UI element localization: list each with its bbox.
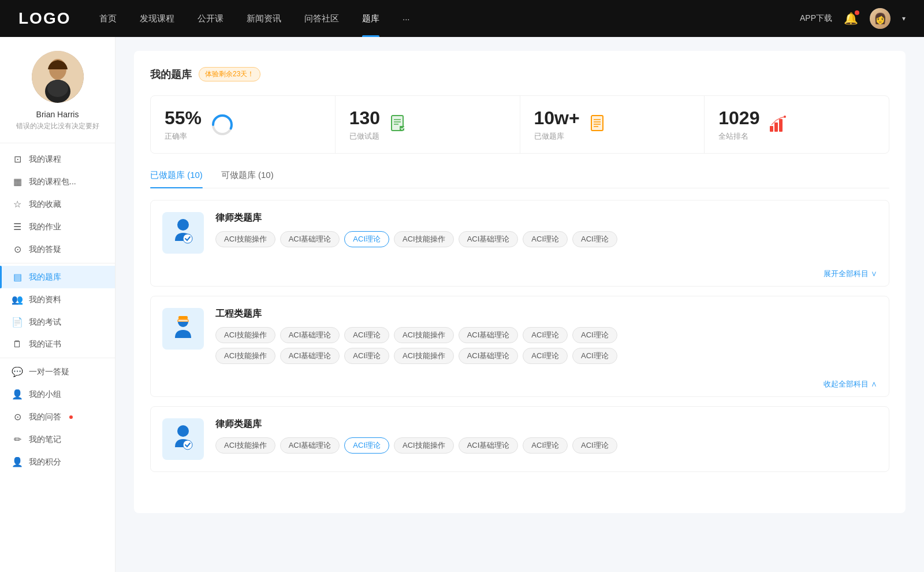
chevron-down-icon[interactable]: ▾ (902, 14, 906, 23)
sidebar-item-points[interactable]: 👤 我的积分 (0, 451, 115, 473)
sidebar-item-qa[interactable]: ⊙ 我的答疑 (0, 238, 115, 261)
qbank-tag[interactable]: ACI基础理论 (280, 327, 340, 343)
sidebar-item-label: 我的答疑 (29, 244, 61, 255)
done-banks-number: 10w+ (534, 107, 580, 129)
qbank-tag[interactable]: ACI基础理论 (459, 327, 519, 343)
certificate-icon: 🗒 (12, 339, 23, 350)
user-name: Brian Harris (36, 110, 79, 119)
sidebar-profile: Brian Harris 错误的决定比没有决定要好 (0, 51, 115, 143)
qbank-tag[interactable]: ACI技能操作 (215, 348, 275, 364)
bell-button[interactable]: 🔔 (844, 12, 858, 25)
sidebar-item-label: 我的证书 (29, 339, 61, 350)
done-banks-label: 已做题库 (534, 131, 580, 142)
sidebar-item-label: 我的小组 (29, 389, 61, 400)
qbank-tag[interactable]: ACI技能操作 (394, 327, 454, 343)
sidebar-item-label: 我的课程包... (29, 177, 76, 187)
sidebar-item-notes[interactable]: ✏ 我的笔记 (0, 428, 115, 451)
qbank-tag[interactable]: ACI技能操作 (215, 327, 275, 343)
sidebar-item-label: 一对一答疑 (29, 367, 69, 377)
app-download[interactable]: APP下载 (800, 13, 832, 24)
sidebar-item-questions[interactable]: ⊙ 我的问答 (0, 406, 115, 428)
qbank-tag[interactable]: ACI基础理论 (280, 231, 340, 247)
qbank-tag[interactable]: ACI技能操作 (215, 437, 275, 454)
sidebar-item-qbank[interactable]: ▤ 我的题库 (0, 266, 115, 288)
qbank-tag[interactable]: ACI理论 (572, 231, 617, 247)
qbank-content: 律师类题库 ACI技能操作 ACI基础理论 ACI理论 ACI技能操作 ACI基… (215, 212, 877, 247)
sidebar-item-label: 我的题库 (29, 272, 61, 283)
nav-news[interactable]: 新闻资讯 (235, 0, 293, 37)
sidebar-item-tutoring[interactable]: 💬 一对一答疑 (0, 361, 115, 383)
sidebar-item-favorites[interactable]: ☆ 我的收藏 (0, 193, 115, 216)
qbank-lawyer-1: 律师类题库 ACI技能操作 ACI基础理论 ACI理论 ACI技能操作 ACI基… (150, 200, 889, 287)
rank-number: 1029 (718, 107, 759, 129)
materials-icon: 👥 (12, 294, 23, 305)
qbank-tag[interactable]: ACI理论 (523, 327, 568, 343)
sidebar-menu: ⊡ 我的课程 ▦ 我的课程包... ☆ 我的收藏 ☰ 我的作业 ⊙ 我的答疑 ▤ (0, 148, 115, 473)
layout: Brian Harris 错误的决定比没有决定要好 ⊡ 我的课程 ▦ 我的课程包… (0, 37, 924, 572)
document-icon: ⊡ (12, 154, 23, 165)
qbank-tag[interactable]: ACI技能操作 (394, 231, 454, 247)
stat-accuracy: 55% 正确率 (151, 96, 336, 153)
done-questions-number: 130 (349, 107, 380, 129)
qbank-name: 律师类题库 (215, 418, 877, 430)
qbank-tag[interactable]: ACI理论 (572, 348, 617, 364)
qbank-tag[interactable]: ACI基础理论 (280, 437, 340, 454)
group-icon: 👤 (12, 389, 23, 400)
qbank-tag[interactable]: ACI基础理论 (459, 348, 519, 364)
stats-row: 55% 正确率 130 已做试题 (150, 95, 889, 154)
qbank-tag[interactable]: ACI基础理论 (459, 437, 519, 454)
engineer-svg-icon (167, 313, 199, 345)
nav-discover[interactable]: 发现课程 (128, 0, 186, 37)
qbank-tag[interactable]: ACI理论 (344, 348, 389, 364)
rank-label: 全站排名 (718, 131, 759, 142)
qbank-tag[interactable]: ACI技能操作 (394, 437, 454, 454)
qbank-tag[interactable]: ACI理论 (572, 327, 617, 343)
qbank-name: 工程类题库 (215, 308, 877, 320)
qbank-footer: 展开全部科目 ∨ (151, 265, 889, 286)
collapse-button[interactable]: 收起全部科目 ∧ (824, 379, 877, 389)
qbank-tag-selected[interactable]: ACI理论 (344, 231, 389, 247)
sidebar-item-course-packages[interactable]: ▦ 我的课程包... (0, 170, 115, 193)
main-inner: 我的题库 体验剩余23天！ 55% 正确率 (134, 51, 906, 513)
sidebar-item-courses[interactable]: ⊡ 我的课程 (0, 148, 115, 170)
nav-qa[interactable]: 问答社区 (293, 0, 351, 37)
qbank-tag[interactable]: ACI理论 (523, 348, 568, 364)
tutoring-icon: 💬 (12, 366, 23, 377)
sidebar-divider (0, 263, 115, 263)
accuracy-number: 55% (165, 107, 202, 129)
qbank-tags: ACI技能操作 ACI基础理论 ACI理论 ACI技能操作 ACI基础理论 AC… (215, 437, 877, 454)
svg-point-27 (183, 440, 192, 450)
qbank-tag[interactable]: ACI理论 (572, 437, 617, 454)
sidebar-item-homework[interactable]: ☰ 我的作业 (0, 216, 115, 238)
qbank-tag-selected[interactable]: ACI理论 (344, 437, 389, 454)
qbank-name: 律师类题库 (215, 212, 877, 224)
qbank-tag[interactable]: ACI技能操作 (215, 231, 275, 247)
qbank-icon: ▤ (12, 272, 23, 283)
qbank-tag[interactable]: ACI理论 (523, 437, 568, 454)
sidebar-item-groups[interactable]: 👤 我的小组 (0, 383, 115, 406)
tab-available[interactable]: 可做题库 (10) (221, 170, 274, 188)
qbank-content: 律师类题库 ACI技能操作 ACI基础理论 ACI理论 ACI技能操作 ACI基… (215, 418, 877, 454)
sidebar-item-exams[interactable]: 📄 我的考试 (0, 311, 115, 333)
qbank-tag[interactable]: ACI基础理论 (459, 231, 519, 247)
trial-badge: 体验剩余23天！ (199, 67, 260, 81)
qbank-tag[interactable]: ACI基础理论 (280, 348, 340, 364)
nav-qbank[interactable]: 题库 (351, 0, 391, 37)
nav-opencourse[interactable]: 公开课 (186, 0, 235, 37)
avatar[interactable]: 👩 (870, 8, 891, 29)
nav-links: 首页 发现课程 公开课 新闻资讯 问答社区 题库 ··· (88, 0, 800, 37)
nav-home[interactable]: 首页 (88, 0, 128, 37)
sidebar-item-label: 我的积分 (29, 457, 61, 467)
qbank-tag[interactable]: ACI理论 (344, 327, 389, 343)
sidebar-item-label: 我的笔记 (29, 434, 61, 445)
sidebar-item-materials[interactable]: 👥 我的资料 (0, 288, 115, 311)
expand-button[interactable]: 展开全部科目 ∨ (824, 269, 877, 279)
tab-done[interactable]: 已做题库 (10) (150, 170, 203, 188)
qbank-tag[interactable]: ACI理论 (523, 231, 568, 247)
nav-more[interactable]: ··· (391, 0, 422, 37)
sidebar-item-certificates[interactable]: 🗒 我的证书 (0, 333, 115, 355)
qbank-tag[interactable]: ACI技能操作 (394, 348, 454, 364)
accuracy-label: 正确率 (165, 131, 202, 142)
done-questions-label: 已做试题 (349, 131, 380, 142)
sidebar: Brian Harris 错误的决定比没有决定要好 ⊡ 我的课程 ▦ 我的课程包… (0, 37, 116, 572)
